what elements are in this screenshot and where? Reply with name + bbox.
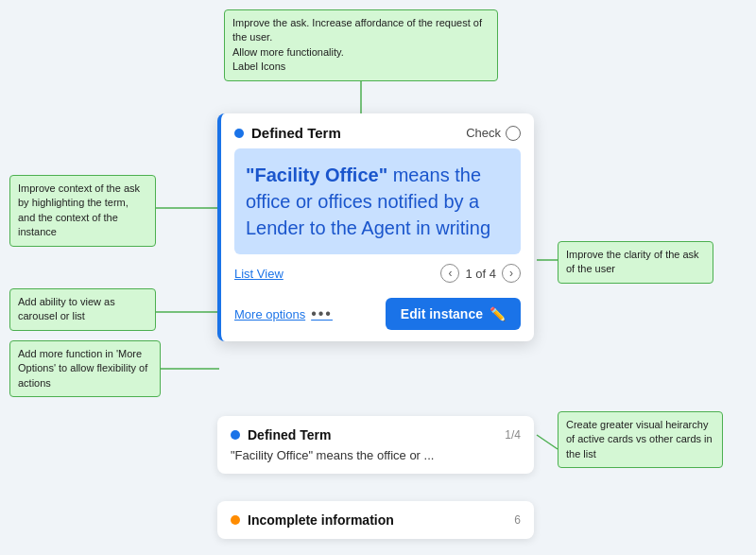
main-card: Defined Term Check "Facility Office" mea… bbox=[217, 113, 534, 341]
secondary-card: Defined Term 1/4 "Facility Office" means… bbox=[217, 416, 534, 474]
third-title-row: Incomplete information bbox=[231, 512, 394, 528]
pagination-control: ‹ 1 of 4 › bbox=[440, 264, 521, 283]
secondary-title-row: Defined Term bbox=[231, 427, 331, 442]
pagination-next-button[interactable]: › bbox=[502, 264, 521, 283]
edit-pencil-icon: ✏️ bbox=[490, 306, 506, 321]
secondary-card-title: Defined Term bbox=[248, 427, 331, 442]
more-options-dots-icon: ••• bbox=[311, 305, 333, 322]
third-card-badge: 6 bbox=[514, 513, 521, 527]
annotation-left-2: Add ability to view as carousel or list bbox=[9, 288, 156, 331]
check-button[interactable]: Check bbox=[466, 126, 521, 141]
check-circle-icon bbox=[506, 126, 521, 141]
third-card-title: Incomplete information bbox=[248, 512, 394, 528]
third-card: Incomplete information 6 bbox=[217, 501, 534, 539]
more-options-link[interactable]: More options ••• bbox=[234, 305, 333, 322]
secondary-card-text: "Facility Office" means the office or ..… bbox=[231, 448, 521, 462]
secondary-card-header: Defined Term 1/4 bbox=[231, 427, 521, 442]
annotation-left-3: Add more function in 'More Options' to a… bbox=[9, 340, 161, 397]
card-title-row: Defined Term bbox=[234, 125, 341, 141]
card-content-text: "Facility Office" means the office or of… bbox=[246, 162, 509, 241]
card-header: Defined Term Check bbox=[221, 113, 534, 148]
annotation-left-1: Improve context of the ask by highlighti… bbox=[9, 175, 156, 247]
secondary-card-badge: 1/4 bbox=[505, 428, 521, 442]
edit-instance-button[interactable]: Edit instance ✏️ bbox=[386, 298, 521, 330]
list-view-link[interactable]: List View bbox=[234, 267, 284, 281]
annotation-top: Improve the ask. Increase affordance of … bbox=[224, 9, 498, 81]
pagination-prev-button[interactable]: ‹ bbox=[440, 264, 459, 283]
annotation-right-1: Improve the clarity of the ask of the us… bbox=[558, 241, 713, 284]
svg-line-5 bbox=[537, 435, 558, 449]
annotation-right-2: Create greater visual heirarchy of activ… bbox=[558, 411, 723, 468]
card-footer-row: List View ‹ 1 of 4 › bbox=[221, 264, 534, 292]
card-actions: More options ••• Edit instance ✏️ bbox=[221, 292, 534, 341]
secondary-term-dot bbox=[231, 430, 240, 440]
incomplete-indicator-dot bbox=[231, 515, 240, 525]
card-content-highlight: "Facility Office" means the office or of… bbox=[234, 148, 521, 254]
card-title: Defined Term bbox=[251, 125, 341, 141]
term-indicator-dot bbox=[234, 129, 244, 138]
